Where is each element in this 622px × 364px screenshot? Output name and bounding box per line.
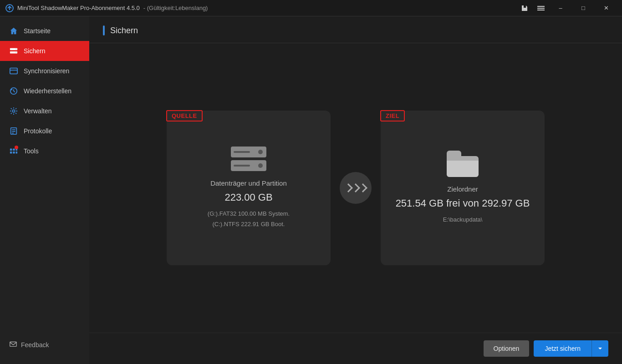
sidebar-label-synchronisieren: Synchronisieren [24,67,69,75]
dest-badge: ZIEL [380,110,405,121]
svg-rect-16 [10,149,12,151]
manage-icon [9,106,18,116]
dest-card[interactable]: ZIEL Zielordner 251.54 GB frei von 292.9… [381,111,545,265]
main-footer: Optionen Jetzt sichern [89,333,622,364]
sync-icon [9,66,18,76]
sidebar-label-tools: Tools [24,147,39,155]
dest-free: 251.54 GB frei von 292.97 GB [396,197,530,209]
svg-rect-2 [537,8,545,9]
dest-label: Zielordner [447,185,478,193]
sidebar-item-sichern[interactable]: Sichern [0,41,89,61]
app-body: Startseite Sichern Synchronisieren [0,16,622,364]
sidebar-label-protokolle: Protokolle [24,127,52,135]
sidebar-label-wiederherstellen: Wiederherstellen [24,87,71,95]
sidebar-label-verwalten: Verwalten [24,107,51,115]
main-content: Sichern QUELLE Datenträger un [89,16,622,364]
svg-rect-21 [16,152,18,154]
app-subtitle: - (Gültigkeit:Lebenslang) [143,5,208,11]
page-title: Sichern [110,26,138,35]
source-detail: (G:).FAT32 100.00 MB System. (C:).NTFS 2… [208,209,290,229]
source-size: 223.00 GB [224,192,272,203]
page-header: Sichern [89,16,622,43]
hdd-icon [231,147,266,171]
svg-point-7 [15,52,16,53]
app-logo-icon [5,4,14,12]
titlebar-left: MiniTool ShadowMaker Pro-Abonnement 4.5.… [5,4,208,12]
feedback-button[interactable]: Feedback [0,334,89,355]
backup-dropdown-button[interactable] [591,340,608,357]
tools-notification-dot [15,146,18,149]
sidebar-item-protokolle[interactable]: Protokolle [0,121,89,141]
sidebar-label-startseite: Startseite [24,27,51,35]
sidebar-item-wiederherstellen[interactable]: Wiederherstellen [0,81,89,101]
svg-point-11 [12,110,15,112]
sidebar-label-sichern: Sichern [24,47,45,55]
sidebar-bottom: Feedback [0,334,89,364]
svg-rect-3 [537,10,545,10]
app-title: MiniTool ShadowMaker Pro-Abonnement 4.5.… [17,5,140,11]
restore-icon [9,86,18,96]
backup-button-group: Jetzt sichern [534,340,608,357]
svg-rect-20 [13,152,15,154]
mail-icon [9,340,17,349]
titlebar: MiniTool ShadowMaker Pro-Abonnement 4.5.… [0,0,622,16]
backup-arrow [340,172,372,204]
log-icon [9,126,18,136]
menu-icon-btn[interactable] [534,2,548,15]
home-icon [9,26,18,35]
sidebar: Startseite Sichern Synchronisieren [0,16,89,364]
backup-area: QUELLE Datenträger und Partition 223.00 … [89,43,622,333]
save-icon-btn[interactable] [517,2,532,15]
backup-icon [9,46,18,56]
maximize-button[interactable]: □ [573,0,594,16]
svg-rect-19 [10,152,12,154]
sidebar-item-synchronisieren[interactable]: Synchronisieren [0,61,89,81]
source-label: Datenträger und Partition [210,179,287,187]
folder-icon [447,151,479,177]
svg-rect-22 [10,342,16,347]
svg-rect-8 [10,68,17,74]
svg-rect-1 [537,6,545,7]
minimize-button[interactable]: – [550,0,571,16]
titlebar-icons [517,2,548,15]
header-accent [103,25,105,35]
options-button[interactable]: Optionen [484,340,530,357]
sidebar-item-tools[interactable]: Tools [0,141,89,161]
dest-path: E:\backupdata\ [443,215,483,225]
backup-now-button[interactable]: Jetzt sichern [534,340,591,357]
feedback-label: Feedback [21,341,49,349]
source-card[interactable]: QUELLE Datenträger und Partition 223.00 … [167,111,331,265]
sidebar-item-verwalten[interactable]: Verwalten [0,101,89,121]
svg-point-6 [15,49,16,50]
sidebar-item-startseite[interactable]: Startseite [0,21,89,41]
svg-rect-17 [13,149,15,151]
close-button[interactable]: ✕ [596,0,617,16]
source-badge: QUELLE [166,110,203,121]
